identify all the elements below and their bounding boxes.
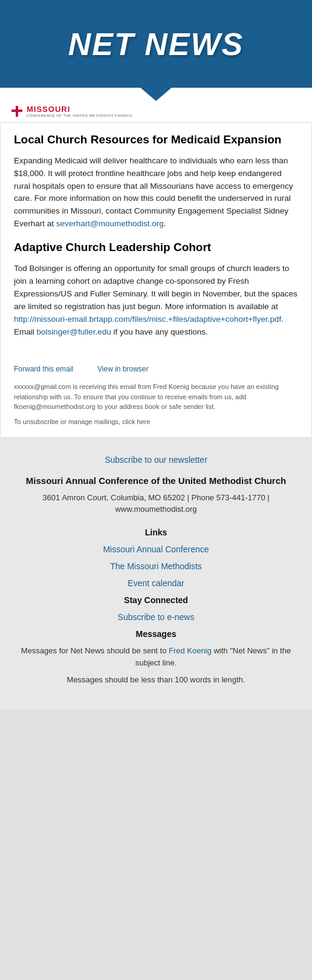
article-1: Local Church Resources for Medicaid Expa…	[14, 132, 298, 230]
svg-rect-1	[11, 109, 22, 112]
banner: NET NEWS	[0, 0, 312, 88]
messages-text-before: Messages for Net News should be sent to	[21, 646, 169, 655]
article-1-body: Expanding Medicaid will deliver healthca…	[14, 155, 298, 231]
org-address: 3601 Amron Court, Columbia, MO 65202 | P…	[12, 492, 300, 515]
unsubscribe-link[interactable]: click here	[122, 418, 150, 425]
article-2-link[interactable]: http://missouri-email.brtapp.com/files/m…	[14, 315, 281, 324]
logo-text-block: Missouri Conference of the United Method…	[27, 105, 132, 117]
subscribe-enews-link[interactable]: Subscribe to e-news	[12, 612, 300, 622]
article-2-body: Tod Bolsinger is offering an opportunity…	[14, 263, 298, 339]
cross-icon	[11, 105, 23, 117]
banner-arrow	[139, 87, 173, 101]
main-card: Local Church Resources for Medicaid Expa…	[0, 122, 312, 438]
banner-title: NET NEWS	[68, 26, 244, 62]
page-container: NET NEWS Missouri Conference of the Unit…	[0, 0, 312, 709]
the-missouri-methodists-link[interactable]: The Missouri Methodists	[12, 561, 300, 571]
disclaimer: xxxxxx@gmail.com is receiving this email…	[14, 382, 298, 412]
messages-header: Messages	[12, 629, 300, 639]
article-2-body-part1: Tod Bolsinger is offering an opportunity…	[14, 264, 297, 311]
logo-subtitle: Conference of the United Methodist Churc…	[27, 114, 132, 117]
article-2: Adaptive Church Leadership Cohort Tod Bo…	[14, 240, 298, 338]
bottom-section: Subscribe to our newsletter Missouri Ann…	[0, 438, 312, 709]
view-in-browser-link[interactable]: View in browser	[97, 365, 148, 373]
unsubscribe-section: To unsubscribe or manage mailings, click…	[14, 418, 298, 425]
stay-connected-header: Stay Connected	[12, 595, 300, 605]
article-2-body-part3: if you have any questions.	[111, 327, 208, 336]
article-2-title: Adaptive Church Leadership Cohort	[14, 240, 298, 255]
forward-email-link[interactable]: Forward this email	[14, 365, 73, 373]
article-2-email-link[interactable]: bolsinger@fuller.edu	[37, 327, 111, 336]
missouri-annual-conference-link[interactable]: Missouri Annual Conference	[12, 544, 300, 554]
fred-koenig-link[interactable]: Fred Koenig	[169, 646, 212, 655]
article-1-body-part1: Expanding Medicaid will deliver healthca…	[14, 156, 293, 229]
org-name: Missouri Annual Conference of the United…	[12, 474, 300, 487]
disclaimer-text: xxxxxx@gmail.com is receiving this email…	[14, 383, 279, 410]
unsubscribe-text-before: To unsubscribe or manage mailings,	[14, 418, 122, 425]
messages-text-1: Messages for Net News should be sent to …	[12, 645, 300, 669]
card-footer: Forward this email View in browser	[14, 356, 298, 373]
article-1-body-part2: .	[164, 219, 166, 228]
messages-text-2: Messages should be less than 100 words i…	[12, 674, 300, 686]
missouri-logo: Missouri Conference of the United Method…	[11, 105, 132, 117]
article-1-email-link[interactable]: severhart@moumethodist.org	[56, 219, 164, 228]
subscribe-newsletter-link[interactable]: Subscribe to our newsletter	[12, 455, 300, 465]
article-1-title: Local Church Resources for Medicaid Expa…	[14, 132, 298, 148]
event-calendar-link[interactable]: Event calendar	[12, 578, 300, 588]
logo-missouri-label: Missouri	[27, 105, 132, 114]
links-header: Links	[12, 528, 300, 537]
